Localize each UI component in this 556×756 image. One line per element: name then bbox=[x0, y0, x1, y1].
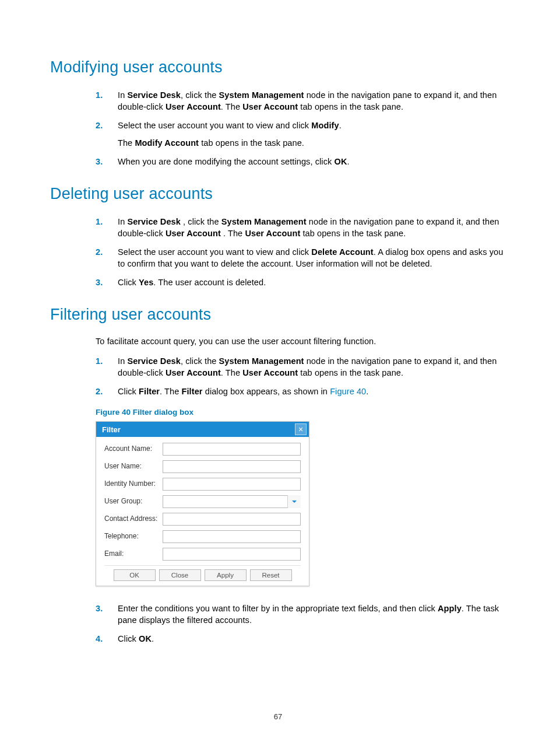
list-item: In Service Desk, click the System Manage… bbox=[96, 355, 506, 379]
list-item: Click Filter. The Filter dialog box appe… bbox=[96, 386, 506, 397]
telephone-input[interactable] bbox=[163, 530, 301, 543]
contact-address-input[interactable] bbox=[163, 513, 301, 526]
close-icon[interactable]: × bbox=[295, 424, 307, 435]
list-item: Click Yes. The user account is deleted. bbox=[96, 276, 506, 288]
dialog-buttons: OK Close Apply Reset bbox=[104, 565, 301, 581]
filtering-steps-b: Enter the conditions you want to filter … bbox=[96, 603, 506, 645]
page-number: 67 bbox=[0, 712, 556, 721]
label-account-name: Account Name: bbox=[104, 443, 163, 453]
reset-button[interactable]: Reset bbox=[250, 569, 292, 581]
account-name-input[interactable] bbox=[163, 443, 301, 456]
chevron-down-icon[interactable] bbox=[287, 495, 301, 508]
deleting-steps: In Service Desk , click the System Manag… bbox=[96, 216, 506, 288]
filter-dialog: Filter × Account Name: User Name: Identi… bbox=[96, 421, 309, 586]
list-item: In Service Desk , click the System Manag… bbox=[96, 216, 506, 239]
label-email: Email: bbox=[104, 548, 163, 558]
heading-deleting: Deleting user accounts bbox=[50, 185, 506, 203]
dialog-body: Account Name: User Name: Identity Number… bbox=[96, 437, 309, 586]
ok-button[interactable]: OK bbox=[114, 569, 156, 581]
list-item: When you are done modifying the account … bbox=[96, 156, 506, 167]
list-item: Enter the conditions you want to filter … bbox=[96, 603, 506, 626]
dialog-title: Filter bbox=[102, 425, 121, 434]
figure-link[interactable]: Figure 40 bbox=[330, 387, 366, 396]
list-item: Select the user account you want to view… bbox=[96, 246, 506, 270]
heading-filtering: Filtering user accounts bbox=[50, 306, 506, 324]
email-input[interactable] bbox=[163, 548, 301, 561]
user-name-input[interactable] bbox=[163, 460, 301, 473]
label-user-group: User Group: bbox=[104, 495, 163, 505]
dialog-titlebar: Filter × bbox=[96, 422, 309, 437]
label-telephone: Telephone: bbox=[104, 530, 163, 540]
filtering-intro: To facilitate account query, you can use… bbox=[96, 337, 506, 346]
list-item-sub: The Modify Account tab opens in the task… bbox=[118, 137, 506, 149]
label-identity-number: Identity Number: bbox=[104, 478, 163, 488]
list-item: Select the user account you want to view… bbox=[96, 120, 506, 149]
figure-caption: Figure 40 Filter dialog box bbox=[96, 408, 506, 416]
filtering-steps-a: In Service Desk, click the System Manage… bbox=[96, 355, 506, 397]
apply-button[interactable]: Apply bbox=[205, 569, 247, 581]
heading-modifying: Modifying user accounts bbox=[50, 58, 506, 76]
page: Modifying user accounts In Service Desk,… bbox=[0, 0, 556, 756]
modifying-steps: In Service Desk, click the System Manage… bbox=[96, 89, 506, 167]
close-button[interactable]: Close bbox=[159, 569, 201, 581]
list-item: In Service Desk, click the System Manage… bbox=[96, 89, 506, 113]
label-contact-address: Contact Address: bbox=[104, 513, 163, 523]
list-item: Click OK. bbox=[96, 633, 506, 645]
label-user-name: User Name: bbox=[104, 460, 163, 470]
user-group-input[interactable] bbox=[163, 495, 301, 508]
identity-number-input[interactable] bbox=[163, 478, 301, 491]
